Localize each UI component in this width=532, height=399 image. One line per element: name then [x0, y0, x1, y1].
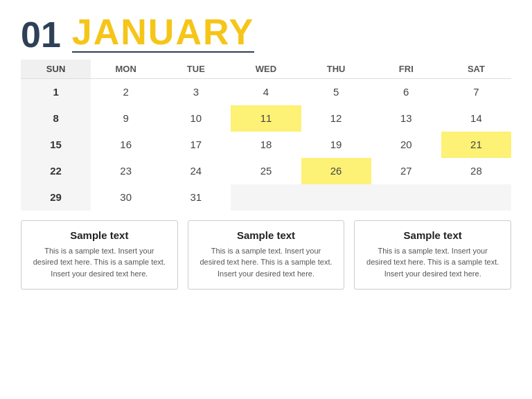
calendar-day: 15 [21, 132, 91, 158]
calendar-day: 21 [441, 132, 511, 158]
info-box-3: Sample textThis is a sample text. Insert… [354, 220, 511, 290]
info-box-text: This is a sample text. Insert your desir… [364, 245, 501, 280]
info-box-2: Sample textThis is a sample text. Insert… [188, 220, 345, 290]
calendar-day: 11 [231, 105, 301, 132]
calendar-day [231, 184, 301, 211]
calendar-day: 28 [441, 158, 511, 184]
calendar-day: 27 [371, 158, 441, 184]
day-header-tue: TUE [161, 60, 231, 79]
calendar-day: 17 [161, 132, 231, 158]
calendar-day [371, 184, 441, 211]
calendar-day: 7 [441, 79, 511, 105]
calendar-day: 31 [161, 184, 231, 211]
calendar-week-row: 22232425262728 [21, 158, 511, 184]
calendar-day [441, 184, 511, 211]
calendar-day: 5 [301, 79, 371, 105]
calendar-day: 22 [21, 158, 91, 184]
calendar-day: 1 [21, 79, 91, 105]
calendar-table: SUNMONTUEWEDTHUFRISAT 123456789101112131… [21, 60, 511, 211]
info-box-text: This is a sample text. Insert your desir… [198, 245, 335, 280]
calendar-day: 4 [231, 79, 301, 105]
calendar-header: 01 JANUARY [21, 14, 511, 53]
month-number: 01 [21, 17, 61, 53]
info-box-text: This is a sample text. Insert your desir… [31, 245, 168, 280]
calendar-day: 30 [91, 184, 161, 211]
calendar-day [301, 184, 371, 211]
header-underline [72, 51, 254, 53]
calendar-day: 19 [301, 132, 371, 158]
calendar-week-row: 1234567 [21, 79, 511, 105]
calendar-week-row: 15161718192021 [21, 132, 511, 158]
info-box-title: Sample text [198, 229, 335, 241]
calendar-day: 29 [21, 184, 91, 211]
calendar-day: 12 [301, 105, 371, 132]
info-boxes-container: Sample textThis is a sample text. Insert… [21, 220, 511, 290]
calendar-day: 26 [301, 158, 371, 184]
day-header-wed: WED [231, 60, 301, 79]
month-name-wrap: JANUARY [72, 14, 254, 53]
calendar-day: 6 [371, 79, 441, 105]
calendar-day: 16 [91, 132, 161, 158]
day-header-fri: FRI [371, 60, 441, 79]
calendar-day: 24 [161, 158, 231, 184]
day-header-sat: SAT [441, 60, 511, 79]
calendar-day: 25 [231, 158, 301, 184]
calendar-day: 13 [371, 105, 441, 132]
day-header-sun: SUN [21, 60, 91, 79]
calendar-day: 23 [91, 158, 161, 184]
calendar-day: 8 [21, 105, 91, 132]
calendar-day: 2 [91, 79, 161, 105]
calendar-day: 3 [161, 79, 231, 105]
calendar-day: 14 [441, 105, 511, 132]
info-box-1: Sample textThis is a sample text. Insert… [21, 220, 178, 290]
day-header-mon: MON [91, 60, 161, 79]
calendar-day: 9 [91, 105, 161, 132]
day-header-thu: THU [301, 60, 371, 79]
info-box-title: Sample text [364, 229, 501, 241]
calendar-week-row: 891011121314 [21, 105, 511, 132]
calendar-week-row: 293031 [21, 184, 511, 211]
month-name: JANUARY [72, 14, 254, 50]
calendar-day: 18 [231, 132, 301, 158]
info-box-title: Sample text [31, 229, 168, 241]
calendar-day: 10 [161, 105, 231, 132]
calendar-day: 20 [371, 132, 441, 158]
